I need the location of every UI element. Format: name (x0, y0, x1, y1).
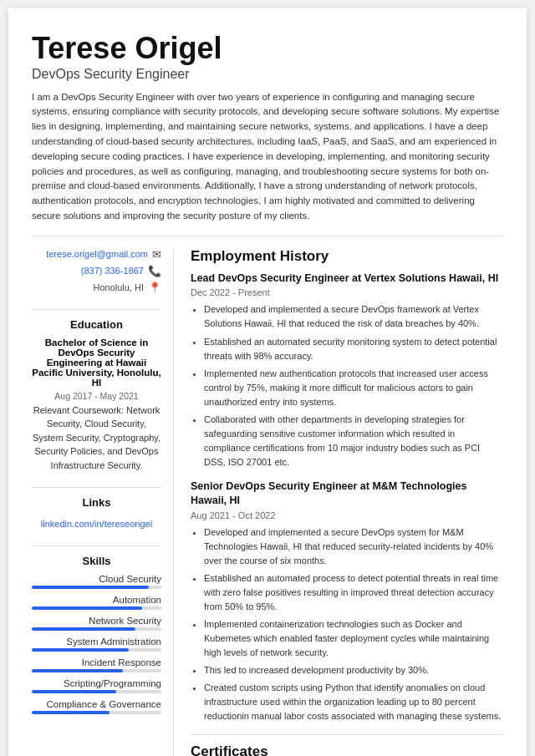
jobs-list: Lead DevOps Security Engineer at Vertex … (191, 271, 503, 724)
skills-divider (32, 545, 161, 546)
candidate-title: DevOps Security Engineer (32, 67, 503, 82)
candidate-name: Terese Origel (32, 32, 503, 65)
links-section: Links linkedin.com/in/tereseorigel (32, 496, 161, 530)
skill-bar-fill (32, 669, 123, 672)
education-coursework: Relevant Coursework: Network Security, C… (32, 403, 161, 473)
links-divider (32, 487, 161, 488)
education-section: Education Bachelor of Science in DevOps … (32, 318, 161, 473)
employment-section: Employment History Lead DevOps Security … (191, 248, 503, 724)
contact-phone: (837) 336-1867 📞 (32, 265, 161, 277)
summary-text: I am a DevOps Security Engineer with ove… (32, 90, 503, 224)
skill-bar-fill (32, 711, 110, 714)
skill-item: Cloud Security (32, 574, 161, 589)
contact-location: Honolulu, HI 📍 (32, 282, 161, 294)
skill-name: Automation (32, 595, 161, 605)
contact-email: terese.origel@gmail.com ✉ (32, 248, 161, 261)
two-col-layout: terese.origel@gmail.com ✉ (837) 336-1867… (32, 248, 503, 756)
left-column: terese.origel@gmail.com ✉ (837) 336-1867… (32, 248, 174, 756)
skill-bar-bg (32, 690, 161, 693)
skills-heading: Skills (32, 555, 161, 567)
skill-bar-fill (32, 606, 142, 610)
phone-icon: 📞 (148, 265, 161, 277)
right-column: Employment History Lead DevOps Security … (191, 248, 503, 756)
job-title: Senior DevOps Security Engineer at M&M T… (191, 479, 503, 509)
links-heading: Links (32, 496, 161, 509)
location-icon: 📍 (148, 282, 161, 294)
job-entry: Senior DevOps Security Engineer at M&M T… (191, 479, 503, 724)
skill-name: Network Security (32, 616, 161, 626)
main-divider (32, 236, 503, 236)
skill-name: Scripting/Programming (32, 678, 161, 688)
education-heading: Education (32, 318, 161, 331)
skill-bar-fill (32, 586, 149, 589)
skill-name: Compliance & Governance (32, 699, 161, 709)
skill-bar-fill (32, 690, 116, 693)
skill-bar-bg (32, 669, 161, 672)
job-bullets: Developed and implemented a secure DevOp… (191, 525, 503, 724)
skill-bar-fill (32, 648, 129, 652)
skill-name: Incident Response (32, 657, 161, 667)
employment-heading: Employment History (191, 248, 503, 265)
bullet-item: This led to increased development produc… (204, 663, 503, 677)
skill-bar-bg (32, 586, 161, 589)
job-title: Lead DevOps Security Engineer at Vertex … (191, 271, 503, 287)
skill-item: Automation (32, 595, 161, 610)
skill-name: Cloud Security (32, 574, 161, 584)
bullet-item: Created custom scripts using Python that… (204, 681, 503, 723)
skill-bar-fill (32, 627, 135, 631)
job-dates: Dec 2022 - Present (191, 287, 503, 297)
resume-container: Terese Origel DevOps Security Engineer I… (8, 8, 527, 756)
skill-item: Compliance & Governance (32, 699, 161, 714)
skill-bar-bg (32, 627, 161, 631)
linkedin-link[interactable]: linkedin.com/in/tereseorigel (41, 519, 152, 529)
skill-bar-bg (32, 606, 161, 610)
bullet-item: Collaborated with other departments in d… (204, 413, 503, 469)
certificates-section: Certificates Certified Cloud Security Pr… (191, 743, 503, 756)
education-dates: Aug 2017 - May 2021 (32, 391, 161, 401)
job-entry: Lead DevOps Security Engineer at Vertex … (191, 271, 503, 469)
skill-item: System Administration (32, 637, 161, 652)
contact-section: terese.origel@gmail.com ✉ (837) 336-1867… (32, 248, 161, 294)
bullet-item: Developed and implemented a secure DevOp… (204, 302, 503, 331)
skill-item: Incident Response (32, 657, 161, 672)
skill-bar-bg (32, 648, 161, 652)
email-icon: ✉ (152, 248, 161, 261)
bullet-item: Developed and implemented a secure DevOp… (204, 525, 503, 568)
job-bullets: Developed and implemented a secure DevOp… (191, 302, 503, 469)
certs-heading: Certificates (191, 743, 503, 756)
skills-list: Cloud Security Automation Network Securi… (32, 574, 161, 714)
header-section: Terese Origel DevOps Security Engineer I… (32, 32, 503, 224)
job-dates: Aug 2021 - Oct 2022 (191, 510, 503, 520)
skill-name: System Administration (32, 637, 161, 647)
education-divider (32, 309, 161, 310)
bullet-item: Established an automated process to dete… (204, 571, 503, 614)
bullet-item: Established an automated security monito… (204, 335, 503, 363)
skill-bar-bg (32, 711, 161, 714)
bullet-item: Implemented new authentication protocols… (204, 367, 503, 409)
education-degree: Bachelor of Science in DevOps Security E… (32, 337, 161, 388)
certs-divider (191, 734, 503, 735)
skills-section: Skills Cloud Security Automation Network… (32, 555, 161, 714)
skill-item: Scripting/Programming (32, 678, 161, 693)
bullet-item: Implemented containerization technologie… (204, 617, 503, 660)
skill-item: Network Security (32, 616, 161, 631)
